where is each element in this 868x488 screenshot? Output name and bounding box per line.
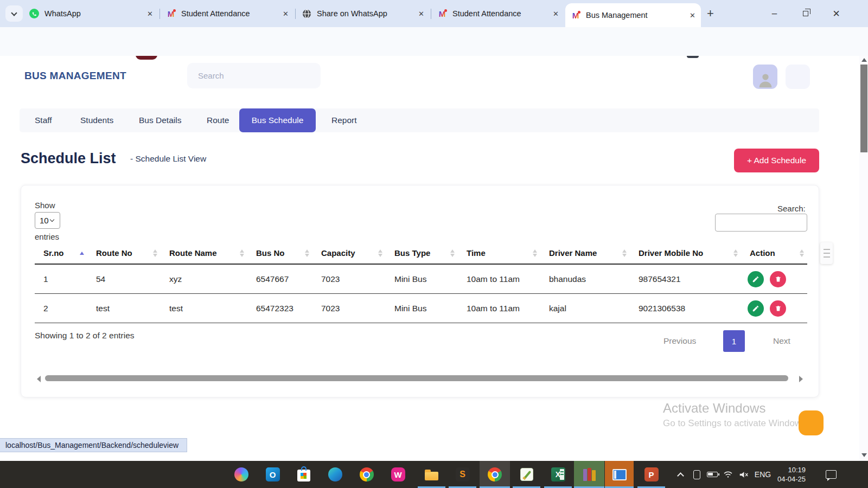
secondary-tile[interactable]	[786, 65, 810, 89]
window-close-button[interactable]: ✕	[821, 0, 852, 27]
column-header-bus-no[interactable]: Bus No	[247, 243, 312, 264]
tab-close-icon[interactable]: ✕	[690, 11, 695, 20]
chat-widget-button[interactable]	[799, 410, 824, 435]
cell-route-name: test	[161, 294, 247, 323]
tab-close-icon[interactable]: ✕	[418, 10, 424, 18]
delete-button[interactable]	[770, 271, 786, 287]
tray-clock[interactable]: 10:19 04-04-25	[775, 461, 808, 488]
taskbar-copilot-icon[interactable]	[226, 461, 257, 488]
tray-action-center-icon[interactable]	[820, 461, 842, 488]
browser-tabstrip: WhatsApp ✕ M Student Attendance ✕ Share …	[0, 0, 868, 27]
table-search-label: Search:	[777, 204, 806, 213]
cell-srno: 1	[35, 265, 87, 293]
hscroll-left-arrow[interactable]	[37, 376, 41, 382]
tray-volume-muted-icon[interactable]	[736, 461, 752, 488]
nav-item-students[interactable]: Students	[80, 108, 113, 132]
clipped-fragment	[687, 56, 699, 58]
scrollbar-down-arrow[interactable]	[861, 453, 867, 457]
column-header-time[interactable]: Time	[458, 243, 540, 264]
pagination-next[interactable]: Next	[773, 336, 790, 346]
column-header-srno[interactable]: Sr.no	[35, 243, 87, 264]
sort-icon	[800, 249, 804, 253]
cell-time: 10am to 11am	[458, 265, 540, 293]
nav-item-report[interactable]: Report	[331, 108, 357, 132]
taskbar-sublime-icon[interactable]: S	[447, 461, 478, 488]
table-search-input[interactable]	[715, 214, 807, 232]
taskbar-store-icon[interactable]	[288, 461, 319, 488]
taskbar-edge-icon[interactable]	[320, 461, 350, 488]
taskbar-vm-window-icon[interactable]	[605, 461, 634, 488]
tab-student-attendance-2[interactable]: M Student Attendance ✕	[432, 0, 564, 27]
tray-show-hidden-icons[interactable]	[673, 461, 688, 488]
taskbar-chrome-active-icon[interactable]	[480, 461, 510, 488]
main-nav: Staff Students Bus Details Route Bus Sch…	[20, 108, 819, 132]
window-maximize-button[interactable]	[790, 0, 821, 27]
page-size-value: 10	[40, 216, 49, 225]
side-drag-handle[interactable]	[820, 242, 833, 264]
site-search-input[interactable]	[187, 63, 321, 88]
taskbar-notepadpp-icon[interactable]	[511, 461, 542, 488]
window-minimize-button[interactable]: –	[759, 0, 790, 27]
new-tab-button[interactable]: +	[707, 7, 714, 21]
column-header-route-no[interactable]: Route No	[87, 243, 161, 264]
tray-language[interactable]: ENG	[753, 461, 773, 488]
tray-device-icon[interactable]	[689, 461, 704, 488]
table-header-row: Sr.no Route No Route Name Bus No Capacit…	[35, 243, 807, 265]
pagination-page-1[interactable]: 1	[723, 330, 745, 352]
edit-button[interactable]	[748, 271, 764, 287]
whatsapp-icon	[29, 9, 39, 18]
tab-close-icon[interactable]: ✕	[553, 10, 559, 18]
tray-date: 04-04-25	[777, 474, 806, 484]
page-subtitle: - Schedule List View	[130, 154, 206, 164]
tab-search-chevron-button[interactable]	[5, 5, 23, 22]
delete-button[interactable]	[770, 300, 786, 317]
tray-network-icon[interactable]	[720, 461, 736, 488]
nav-item-bus-schedule-active[interactable]: Bus Schedule	[239, 108, 316, 132]
sort-icon	[153, 249, 157, 253]
column-header-capacity[interactable]: Capacity	[312, 243, 386, 264]
nav-item-route[interactable]: Route	[207, 108, 229, 132]
taskbar-winrar-icon[interactable]	[574, 461, 604, 488]
column-header-bus-type[interactable]: Bus Type	[386, 243, 458, 264]
taskbar-outlook-icon[interactable]: O	[257, 461, 288, 488]
cell-route-no: test	[87, 294, 161, 323]
tab-bus-management-active[interactable]: M Bus Management ✕	[565, 3, 701, 27]
sort-icon	[733, 249, 738, 253]
nav-item-staff[interactable]: Staff	[35, 108, 52, 132]
tab-whatsapp[interactable]: WhatsApp ✕	[24, 0, 158, 27]
edit-button[interactable]	[748, 300, 764, 317]
tab-student-attendance-1[interactable]: M Student Attendance ✕	[161, 0, 294, 27]
tray-battery-icon[interactable]	[704, 461, 720, 488]
entries-label: entries	[35, 232, 59, 241]
taskbar-file-explorer-icon[interactable]	[416, 461, 447, 488]
cell-route-no: 54	[87, 265, 161, 293]
taskbar-chrome-icon[interactable]	[351, 461, 382, 488]
globe-icon	[302, 9, 311, 18]
column-header-route-name[interactable]: Route Name	[161, 243, 247, 264]
user-avatar[interactable]	[753, 65, 777, 89]
taskbar-wamp-icon[interactable]: W	[382, 461, 413, 488]
column-header-action[interactable]: Action	[741, 243, 807, 264]
pagination-previous[interactable]: Previous	[663, 336, 696, 346]
tab-close-icon[interactable]: ✕	[147, 10, 153, 18]
cell-capacity: 7023	[312, 294, 386, 323]
taskbar-powerpoint-icon[interactable]: P	[636, 461, 667, 488]
scrollbar-thumb[interactable]	[860, 65, 867, 152]
column-header-driver-mobile[interactable]: Driver Mobile No	[630, 243, 741, 264]
table-row: 2 test test 65472323 7023 Mini Bus 10am …	[35, 294, 807, 323]
tab-close-icon[interactable]: ✕	[283, 10, 289, 18]
add-schedule-button[interactable]: + Add Schedule	[734, 149, 819, 172]
sort-icon	[378, 249, 382, 253]
taskbar-excel-icon[interactable]: X	[542, 461, 573, 488]
column-header-driver-name[interactable]: Driver Name	[540, 243, 630, 264]
cell-time: 10am to 11am	[458, 294, 540, 323]
hscroll-thumb[interactable]	[45, 375, 788, 381]
page-size-select[interactable]: 10	[35, 212, 60, 229]
nav-item-bus-details[interactable]: Bus Details	[139, 108, 181, 132]
cell-bus-type: Mini Bus	[386, 265, 458, 293]
hscroll-right-arrow[interactable]	[799, 376, 803, 382]
cell-bus-no: 65472323	[247, 294, 312, 323]
tab-title: Student Attendance	[181, 9, 278, 18]
scrollbar-up-arrow[interactable]	[861, 58, 867, 62]
tab-share-whatsapp[interactable]: Share on WhatsApp ✕	[296, 0, 430, 27]
